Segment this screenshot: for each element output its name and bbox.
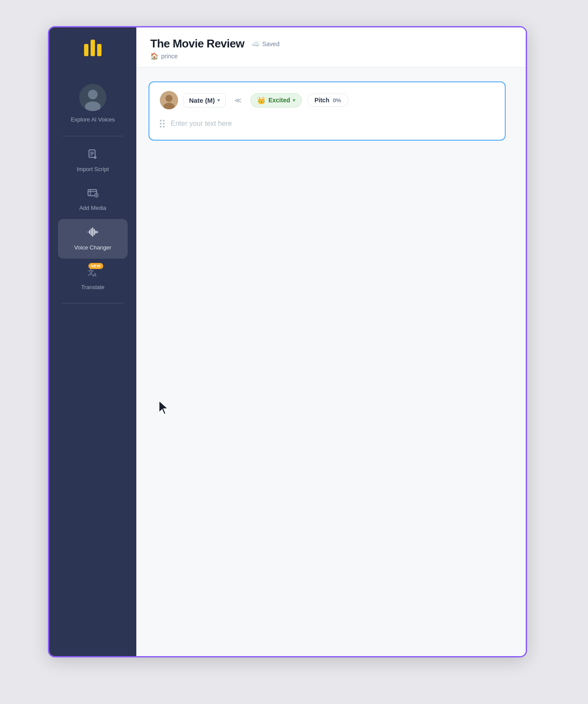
voice-name-label: Nate (M) bbox=[189, 97, 215, 104]
sidebar-item-voice-changer-label: Voice Changer bbox=[74, 244, 111, 252]
voice-block-header: Nate (M) ▾ ≪ 👑 Excited ▾ bbox=[160, 91, 494, 109]
emotion-selector-button[interactable]: 👑 Excited ▾ bbox=[250, 93, 302, 108]
voice-block: Nate (M) ▾ ≪ 👑 Excited ▾ bbox=[149, 81, 506, 141]
sidebar-divider-2 bbox=[62, 303, 123, 303]
main-content: The Movie Review ☁️ Saved 🏠 prince bbox=[136, 27, 526, 656]
explore-ai-voices-avatar bbox=[79, 84, 106, 111]
window-frame: Explore AI Voices bbox=[48, 26, 527, 657]
svg-text:A: A bbox=[92, 271, 97, 277]
rewind-icon: ≪ bbox=[234, 96, 242, 104]
sidebar: Explore AI Voices bbox=[49, 27, 136, 656]
svg-point-1 bbox=[88, 90, 98, 99]
text-input-placeholder[interactable]: Enter your text here bbox=[171, 120, 232, 128]
voice-selector-button[interactable]: Nate (M) ▾ bbox=[183, 93, 226, 108]
rewind-button[interactable]: ≪ bbox=[231, 94, 245, 106]
sidebar-item-translate[interactable]: 文 A NEW Translate bbox=[58, 259, 128, 298]
new-badge: NEW bbox=[88, 263, 104, 269]
pitch-value: 0% bbox=[333, 97, 341, 104]
sidebar-item-translate-label: Translate bbox=[81, 284, 105, 291]
sidebar-item-import-script-label: Import Script bbox=[77, 166, 109, 173]
emotion-emoji-icon: 👑 bbox=[257, 96, 266, 104]
sidebar-item-import-script[interactable]: Import Script bbox=[58, 141, 128, 180]
top-bar-title-row: The Movie Review ☁️ Saved bbox=[150, 37, 512, 51]
drag-handle-icon bbox=[160, 120, 165, 128]
svg-point-22 bbox=[166, 95, 172, 102]
app-container: Explore AI Voices bbox=[0, 0, 588, 704]
text-input-row: Enter your text here bbox=[160, 117, 494, 128]
saved-label: Saved bbox=[262, 40, 280, 47]
import-script-icon bbox=[87, 148, 98, 162]
sidebar-item-explore-ai-voices-label: Explore AI Voices bbox=[71, 116, 115, 124]
sidebar-item-add-media-label: Add Media bbox=[79, 205, 106, 212]
emotion-label: Excited bbox=[268, 97, 290, 104]
sidebar-item-add-media[interactable]: Add Media bbox=[58, 180, 128, 219]
project-title: The Movie Review bbox=[150, 37, 244, 51]
content-area: Nate (M) ▾ ≪ 👑 Excited ▾ bbox=[136, 67, 526, 656]
cloud-saved-icon: ☁️ bbox=[251, 40, 260, 48]
pitch-control-button[interactable]: Pitch 0% bbox=[307, 94, 348, 107]
sidebar-divider-1 bbox=[62, 136, 123, 136]
sidebar-logo bbox=[49, 27, 136, 68]
breadcrumb: 🏠 prince bbox=[150, 52, 512, 60]
add-media-icon bbox=[87, 187, 98, 201]
top-bar: The Movie Review ☁️ Saved 🏠 prince bbox=[136, 27, 526, 67]
breadcrumb-owner: prince bbox=[161, 53, 178, 60]
voice-selector-chevron-icon: ▾ bbox=[217, 98, 220, 103]
pitch-label: Pitch bbox=[314, 97, 329, 104]
sidebar-item-voice-changer[interactable]: Voice Changer bbox=[58, 219, 128, 259]
logo-bar-2 bbox=[91, 40, 95, 56]
sidebar-navigation: Explore AI Voices bbox=[49, 73, 136, 309]
sidebar-item-explore-ai-voices[interactable]: Explore AI Voices bbox=[58, 77, 128, 131]
voice-changer-icon bbox=[87, 226, 99, 241]
home-icon: 🏠 bbox=[150, 52, 159, 60]
saved-badge: ☁️ Saved bbox=[251, 40, 280, 48]
translate-icon-wrap: 文 A NEW bbox=[87, 266, 99, 280]
murf-logo-icon bbox=[84, 40, 101, 56]
logo-bar-3 bbox=[97, 44, 101, 56]
voice-avatar bbox=[160, 91, 178, 109]
emotion-chevron-icon: ▾ bbox=[293, 98, 295, 103]
logo-bar-1 bbox=[84, 44, 88, 56]
